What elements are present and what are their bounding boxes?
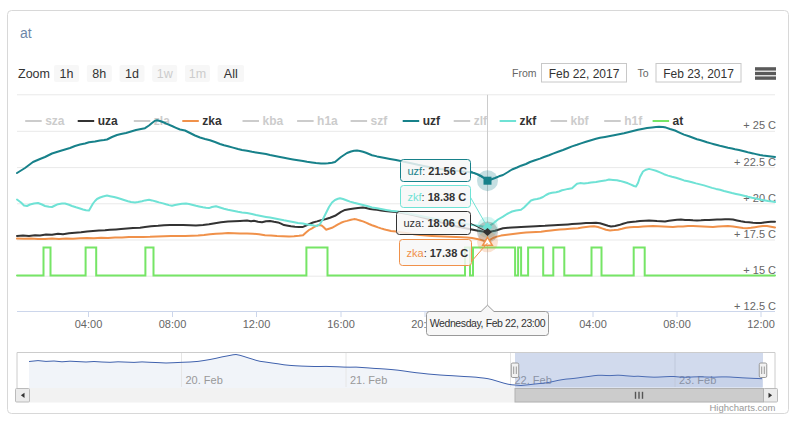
svg-text:uzf: 21.56 C: uzf: 21.56 C — [408, 165, 467, 177]
svg-text:+ 17.5 C: + 17.5 C — [734, 228, 776, 240]
svg-text:08:00: 08:00 — [663, 318, 691, 330]
svg-text:szf: szf — [371, 114, 389, 128]
svg-text:h1f: h1f — [624, 114, 643, 128]
svg-text:at: at — [20, 25, 32, 41]
svg-text:Wednesday, Feb 22, 23:00: Wednesday, Feb 22, 23:00 — [430, 317, 546, 329]
svg-text:kbf: kbf — [571, 114, 590, 128]
svg-text:Feb 22, 2017: Feb 22, 2017 — [549, 67, 620, 81]
svg-text:Highcharts.com: Highcharts.com — [710, 402, 776, 413]
svg-text:sza: sza — [45, 114, 65, 128]
svg-text:8h: 8h — [92, 67, 106, 81]
svg-text:1m: 1m — [189, 67, 206, 81]
svg-text:16:00: 16:00 — [327, 318, 355, 330]
svg-text:h1a: h1a — [317, 114, 338, 128]
svg-text:All: All — [224, 67, 238, 81]
svg-text:+ 15 C: + 15 C — [743, 264, 776, 276]
svg-text:zlf: zlf — [474, 114, 488, 128]
svg-text:uza: uza — [98, 114, 118, 128]
svg-text:08:00: 08:00 — [159, 318, 187, 330]
svg-text:1d: 1d — [125, 67, 139, 81]
svg-text:21. Feb: 21. Feb — [350, 374, 387, 386]
svg-text:Feb 23, 2017: Feb 23, 2017 — [663, 67, 734, 81]
svg-text:zkf: zkf — [520, 114, 538, 128]
svg-text:zkf: 18.38 C: zkf: 18.38 C — [408, 191, 467, 203]
svg-text:uza: 18.06 C: uza: 18.06 C — [404, 217, 466, 229]
svg-text:04:00: 04:00 — [579, 318, 607, 330]
svg-text:+ 22.5 C: + 22.5 C — [734, 156, 776, 168]
svg-text:1h: 1h — [60, 67, 74, 81]
svg-text:From: From — [512, 67, 537, 79]
svg-text:at: at — [673, 114, 684, 128]
svg-text:+ 25 C: + 25 C — [743, 119, 776, 131]
svg-text:Zoom: Zoom — [18, 67, 50, 81]
svg-text:12:00: 12:00 — [747, 318, 775, 330]
svg-text:04:00: 04:00 — [75, 318, 103, 330]
svg-text:zka: zka — [202, 114, 222, 128]
svg-text:1w: 1w — [157, 67, 174, 81]
svg-text:kba: kba — [263, 114, 284, 128]
svg-text:+ 12.5 C: + 12.5 C — [734, 300, 776, 312]
svg-text:12:00: 12:00 — [243, 318, 271, 330]
svg-text:20. Feb: 20. Feb — [186, 374, 223, 386]
svg-text:uzf: uzf — [423, 114, 441, 128]
svg-text:To: To — [638, 67, 649, 79]
svg-text:zka: 17.38 C: zka: 17.38 C — [407, 247, 469, 259]
